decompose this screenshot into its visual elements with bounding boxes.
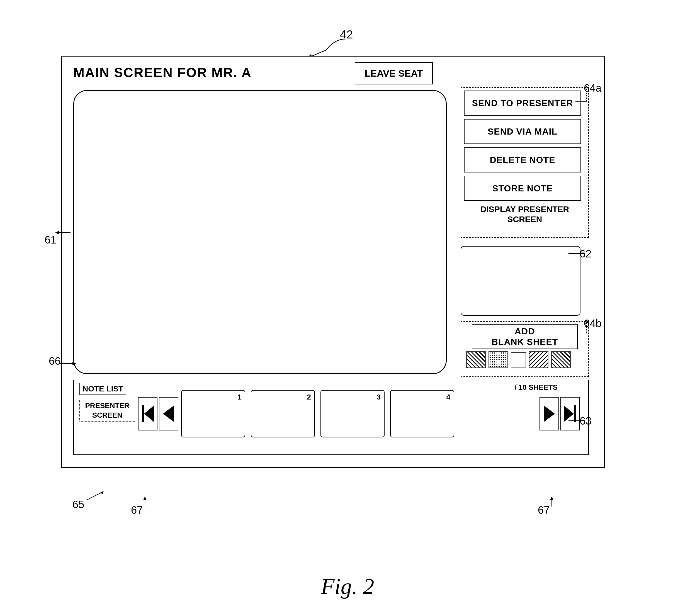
first-page-button[interactable]	[138, 397, 157, 430]
svg-marker-7	[55, 231, 60, 235]
main-content-area	[73, 90, 447, 374]
ref-65-arrow	[86, 490, 109, 501]
diagram-container: 42 MAIN SCREEN FOR MR. A LEAVE SEAT SEND…	[45, 28, 646, 543]
group-64a: SEND TO PRESENTER SEND VIA MAIL DELETE N…	[461, 87, 589, 238]
svg-marker-10	[143, 496, 147, 500]
last-page-button[interactable]	[560, 397, 580, 430]
group-64b: ADDBLANK SHEET	[461, 321, 589, 377]
sheet-icon-dots[interactable]	[489, 351, 508, 368]
ref-62-line	[569, 251, 585, 256]
sheets-count-label: / 10 SHEETS	[514, 383, 558, 392]
ref-64a-line	[574, 86, 588, 103]
svg-marker-4	[544, 405, 555, 422]
add-blank-sheet-button[interactable]: ADDBLANK SHEET	[472, 324, 578, 349]
ref-66-arrow	[60, 361, 77, 366]
sheet-icon-hatch2[interactable]	[529, 351, 548, 368]
ref-61-arrow	[55, 228, 72, 237]
nav-arrows-left	[138, 397, 179, 430]
delete-note-button[interactable]: DELETE NOTE	[464, 148, 581, 172]
sheet-icon-hatch3[interactable]	[551, 351, 571, 368]
ref-67-left-arrow	[139, 496, 151, 507]
send-to-presenter-button[interactable]: SEND TO PRESENTER	[464, 90, 581, 116]
prev-page-button[interactable]	[159, 397, 179, 430]
presenter-screen-label: PRESENTER SCREEN	[80, 400, 135, 422]
ref-66: 66	[49, 355, 61, 367]
store-note-button[interactable]: STORE NOTE	[464, 176, 581, 201]
ref-64b-line	[574, 320, 588, 334]
svg-marker-11	[550, 496, 554, 500]
svg-rect-1	[142, 405, 144, 422]
ref-61: 61	[45, 234, 56, 246]
note-thumb-4[interactable]: 4	[390, 390, 454, 438]
nav-arrows-right	[540, 397, 580, 430]
note-thumb-3[interactable]: 3	[321, 390, 385, 438]
svg-marker-9	[72, 362, 76, 365]
note-thumbnails: 1 2 3 4	[181, 390, 454, 438]
next-page-button[interactable]	[540, 397, 559, 430]
note-thumb-1[interactable]: 1	[181, 390, 245, 438]
sheet-icons-row	[463, 351, 586, 368]
leave-seat-button[interactable]: LEAVE SEAT	[355, 62, 433, 84]
figure-label: Fig. 2	[321, 574, 374, 599]
bottom-note-area: NOTE LIST PRESENTER SCREEN / 10 SHEETS	[73, 380, 589, 455]
send-via-mail-button[interactable]: SEND VIA MAIL	[464, 119, 581, 144]
note-list-label: NOTE LIST	[80, 383, 126, 395]
svg-marker-2	[144, 405, 154, 422]
main-title: MAIN SCREEN FOR MR. A	[73, 65, 252, 80]
display-presenter-screen-label: DISPLAY PRESENTERSCREEN	[464, 204, 586, 224]
ref-65: 65	[72, 499, 84, 511]
presenter-screen-preview	[461, 246, 580, 316]
main-frame: MAIN SCREEN FOR MR. A LEAVE SEAT SEND TO…	[61, 56, 605, 468]
sheet-icon-hatch1[interactable]	[466, 351, 486, 368]
svg-marker-3	[163, 405, 174, 422]
ref-67-right-arrow	[546, 496, 557, 507]
ref-63-line	[569, 418, 585, 424]
sheet-icon-plain[interactable]	[511, 352, 526, 367]
note-thumb-2[interactable]: 2	[251, 390, 315, 438]
svg-marker-8	[100, 491, 104, 494]
